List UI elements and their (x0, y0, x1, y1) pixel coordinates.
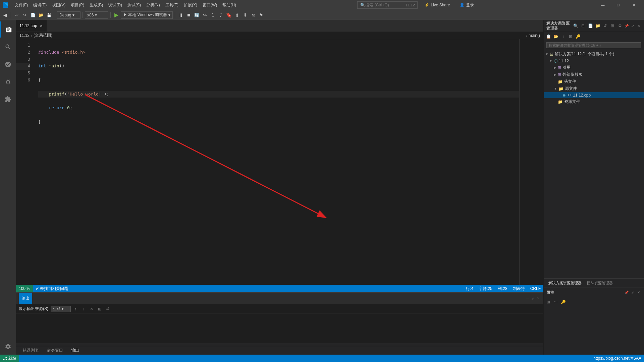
search-box[interactable]: 🔍 11.12 (357, 1, 418, 9)
activity-extensions[interactable] (0, 91, 16, 107)
activity-explorer[interactable] (0, 21, 16, 38)
open-button[interactable]: 📂 (37, 11, 45, 19)
menu-tools[interactable]: 工具(T) (163, 0, 181, 10)
tree-references[interactable]: ▶ ⊞ 引用 (544, 64, 644, 71)
save-button[interactable]: 💾 (45, 11, 53, 19)
prop-tb-key[interactable]: 🔑 (560, 299, 567, 305)
output-tb-3[interactable]: ✕ (88, 306, 95, 312)
menu-edit[interactable]: 编辑(E) (31, 0, 49, 10)
menu-test[interactable]: 测试(S) (125, 0, 144, 10)
output-minimize[interactable]: — (525, 296, 530, 301)
status-issues[interactable]: ✔ 未找到相关问题 (33, 285, 71, 292)
se-new-folder-button[interactable]: 📁 (594, 22, 601, 29)
minimize-button[interactable]: — (595, 0, 610, 10)
tab-output[interactable]: 输出 (67, 345, 83, 355)
menu-file[interactable]: 文件(F) (12, 0, 31, 10)
new-file-button[interactable]: 📄 (29, 11, 37, 19)
activity-git[interactable] (0, 56, 16, 72)
run-play-icon[interactable]: ▶ (113, 11, 120, 19)
se-close-button[interactable]: ✕ (636, 23, 641, 28)
toolbar-btn-1[interactable]: ⏸ (177, 11, 184, 19)
breadcrumb-file[interactable]: 11.12 (19, 33, 30, 38)
se-tb-1[interactable]: 📋 (545, 33, 552, 40)
menu-view[interactable]: 视图(V) (49, 0, 68, 10)
se-search-input[interactable] (546, 42, 641, 48)
tree-main-cpp[interactable]: ▶ ⧺ ++ 11.12.cpp (544, 92, 644, 98)
menu-debug[interactable]: 调试(D) (106, 0, 125, 10)
run-button[interactable]: ▶ 本地 Windows 调试器 ▾ (121, 11, 173, 19)
se-tb-2[interactable]: 📂 (552, 33, 559, 40)
live-share-button[interactable]: ⚡ Live Share (422, 0, 452, 10)
status-branch[interactable]: ⎇ 就绪 (0, 355, 19, 362)
undo-button[interactable]: ↩ (13, 11, 20, 19)
toolbar-btn-10[interactable]: ⤮ (250, 11, 257, 19)
back-button[interactable]: ◀ (1, 11, 9, 19)
code-editor[interactable]: 1 2 3 4 5 6 #include <stdio.h> int main(… (16, 39, 543, 285)
toolbar-btn-11[interactable]: ⚑ (258, 11, 265, 19)
menu-extend[interactable]: 扩展(X) (181, 0, 200, 10)
se-tb-3[interactable]: ↑ (560, 33, 567, 40)
redo-button[interactable]: ↪ (21, 11, 29, 19)
maximize-button[interactable]: □ (610, 0, 626, 10)
close-button[interactable]: ✕ (626, 0, 641, 10)
status-zoom[interactable]: 100 % (16, 285, 33, 292)
breadcrumb-scope[interactable]: (全局范围) (34, 33, 52, 38)
output-tb-1[interactable]: ↑ (72, 306, 79, 312)
output-source-dropdown[interactable]: 生成 ▾ (51, 306, 71, 312)
prop-float-button[interactable]: ⤢ (630, 290, 635, 295)
editor-scrollbar[interactable] (539, 39, 543, 285)
activity-settings[interactable] (0, 339, 16, 355)
menu-window[interactable]: 窗口(W) (200, 0, 220, 10)
prop-pin-button[interactable]: 📌 (624, 290, 629, 295)
tree-external-deps[interactable]: ▶ ⊞ 外部依赖项 (544, 71, 644, 78)
menu-project[interactable]: 项目(P) (68, 0, 87, 10)
se-refresh-button[interactable]: ↺ (602, 22, 608, 29)
se-search-button[interactable]: 🔍 (572, 22, 579, 29)
status-row[interactable]: 行:4 (463, 285, 476, 292)
prop-tb-sort[interactable]: ↑↓ (552, 299, 559, 305)
output-scrollbar[interactable] (16, 343, 543, 346)
output-close[interactable]: ✕ (535, 296, 541, 301)
se-filter-button[interactable]: ⊞ (609, 22, 616, 29)
se-collapse-button[interactable]: ⊞ (580, 22, 586, 29)
activity-search[interactable] (0, 39, 16, 55)
se-tb-5[interactable]: 🔑 (575, 33, 581, 40)
prop-tb-grid[interactable]: ⊞ (545, 299, 552, 305)
toolbar-btn-3[interactable]: 🔄 (193, 11, 201, 19)
toolbar-btn-9[interactable]: ⬇ (241, 11, 249, 19)
status-char[interactable]: 字符:25 (476, 285, 495, 292)
menu-build[interactable]: 生成(B) (87, 0, 106, 10)
output-float[interactable]: ⤢ (530, 296, 535, 301)
search-input[interactable] (365, 3, 406, 7)
se-new-file-button[interactable]: 📄 (587, 22, 594, 29)
tree-resource-files[interactable]: ▶ 📁 资源文件 (544, 98, 644, 105)
toolbar-btn-2[interactable]: ⏹ (185, 11, 193, 19)
tab-command-window[interactable]: 命令窗口 (43, 345, 67, 355)
platform-dropdown[interactable]: x86 ▾ (85, 11, 108, 19)
tab-error-list[interactable]: 错误列表 (19, 345, 43, 355)
se-tb-4[interactable]: ⊞ (567, 33, 574, 40)
login-button[interactable]: 👤 登录 (457, 0, 477, 10)
tree-solution-root[interactable]: ▼ ⊟ 解决方案'11.12'(1 个项目/共 1 个) (544, 51, 644, 58)
menu-analyze[interactable]: 分析(N) (144, 0, 163, 10)
output-tb-2[interactable]: ↓ (80, 306, 87, 312)
se-float-button[interactable]: ⤢ (630, 23, 635, 28)
status-url-item[interactable]: https://blog.csdn.net/XSAA (591, 355, 644, 362)
toolbar-btn-8[interactable]: ⬆ (233, 11, 241, 19)
toolbar-btn-4[interactable]: ↪ (201, 11, 209, 19)
tab-close-button[interactable]: ✕ (39, 23, 43, 28)
se-tab-solution[interactable]: 解决方案资源管理器 (546, 281, 584, 286)
status-encoding[interactable]: 制表符 (510, 285, 528, 292)
se-pin-button[interactable]: 📌 (624, 23, 629, 28)
tree-header-files[interactable]: ▶ 📁 头文件 (544, 78, 644, 85)
toolbar-btn-6[interactable]: ⤴ (217, 11, 225, 19)
se-tab-team[interactable]: 团队资源管理器 (585, 281, 615, 286)
status-crlf[interactable]: CRLF (528, 285, 543, 292)
menu-help[interactable]: 帮助(H) (220, 0, 239, 10)
breadcrumb-func[interactable]: main() (529, 33, 540, 38)
tree-source-files[interactable]: ▼ 📁 源文件 (544, 85, 644, 92)
toolbar-btn-5[interactable]: ⤵ (209, 11, 217, 19)
debug-config-dropdown[interactable]: Debug ▾ (57, 11, 80, 19)
output-tb-4[interactable]: ⊞ (96, 306, 103, 312)
prop-close-button[interactable]: ✕ (636, 290, 641, 295)
